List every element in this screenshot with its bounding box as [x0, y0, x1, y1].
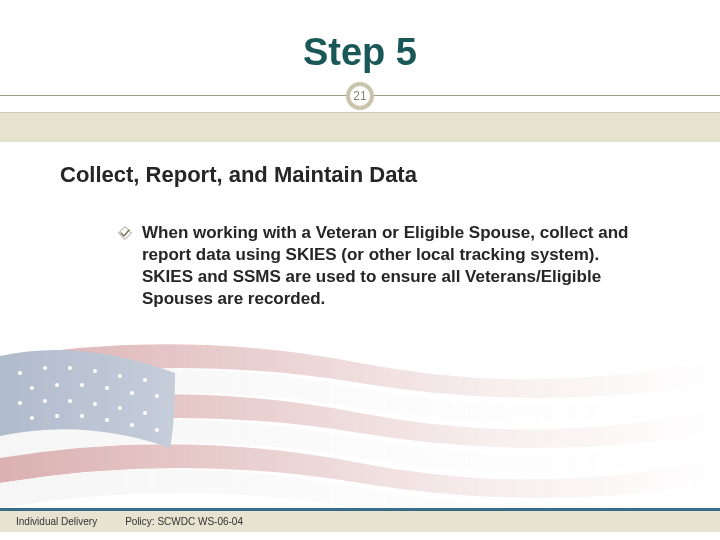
page-number-badge: 21 — [346, 82, 374, 110]
svg-point-19 — [143, 411, 147, 415]
svg-point-25 — [155, 428, 159, 432]
svg-point-12 — [130, 391, 134, 395]
svg-point-22 — [80, 414, 84, 418]
svg-point-16 — [68, 399, 72, 403]
checkmark-icon — [118, 226, 132, 240]
svg-point-23 — [105, 418, 109, 422]
beige-band — [0, 112, 720, 142]
svg-point-21 — [55, 414, 59, 418]
svg-point-9 — [55, 383, 59, 387]
svg-point-18 — [118, 406, 122, 410]
footer-right: Policy: SCWDC WS-06-04 — [125, 516, 243, 527]
svg-point-10 — [80, 383, 84, 387]
header: Step 5 — [0, 0, 720, 82]
svg-point-11 — [105, 386, 109, 390]
svg-point-14 — [18, 401, 22, 405]
svg-point-17 — [93, 402, 97, 406]
svg-point-6 — [118, 374, 122, 378]
svg-point-8 — [30, 386, 34, 390]
svg-point-3 — [43, 366, 47, 370]
subtitle: Collect, Report, and Maintain Data — [60, 162, 660, 188]
svg-point-24 — [130, 423, 134, 427]
footer-left: Individual Delivery — [16, 516, 97, 527]
svg-point-20 — [30, 416, 34, 420]
slide: Step 5 21 Collect, Report, and Maintain … — [0, 0, 720, 540]
footer: Individual Delivery Policy: SCWDC WS-06-… — [0, 508, 720, 532]
svg-point-4 — [68, 366, 72, 370]
svg-point-15 — [43, 399, 47, 403]
slide-title: Step 5 — [303, 31, 417, 74]
bullet-item: When working with a Veteran or Eligible … — [60, 222, 660, 310]
svg-point-5 — [93, 369, 97, 373]
divider: 21 — [0, 82, 720, 112]
svg-point-2 — [18, 371, 22, 375]
flag-background-image — [0, 338, 720, 528]
bullet-text: When working with a Veteran or Eligible … — [142, 222, 650, 310]
content-area: Collect, Report, and Maintain Data When … — [0, 142, 720, 320]
svg-point-13 — [155, 394, 159, 398]
svg-point-7 — [143, 378, 147, 382]
